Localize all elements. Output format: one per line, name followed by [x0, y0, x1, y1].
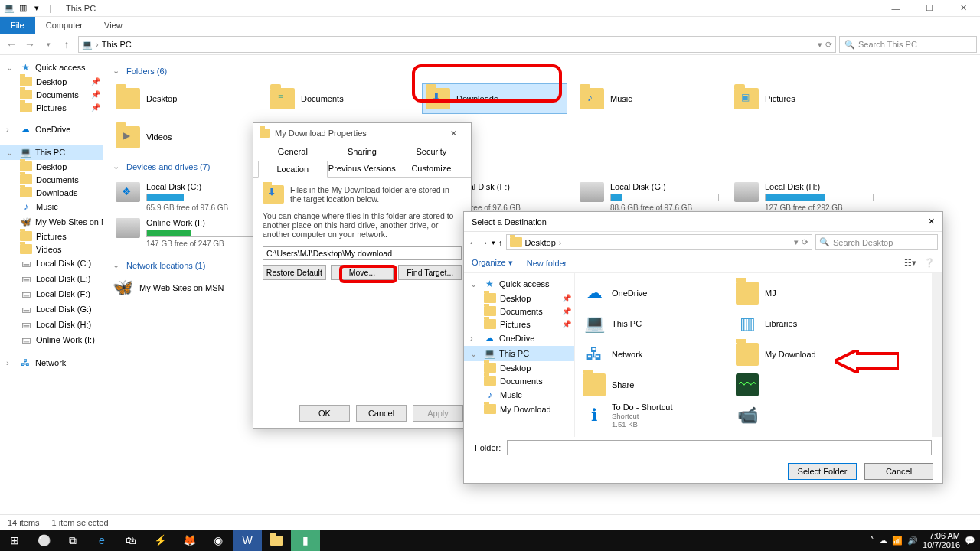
apply-button[interactable]: Apply: [413, 405, 463, 422]
tab-customize[interactable]: Customize: [397, 160, 466, 177]
minimize-button[interactable]: —: [879, 0, 913, 17]
restore-default-button[interactable]: Restore Default: [263, 265, 326, 280]
dest-cancel-button[interactable]: Cancel: [864, 463, 933, 480]
breadcrumb-expand-icon[interactable]: ▾: [818, 40, 822, 50]
tab-location[interactable]: Location: [258, 161, 328, 178]
nav-forward-button[interactable]: →: [21, 36, 38, 53]
dest-search-input[interactable]: 🔍Search Desktop: [815, 234, 938, 250]
taskbar-edge-icon[interactable]: e: [87, 530, 116, 551]
tab-view[interactable]: View: [93, 18, 133, 32]
sidebar-pc-pictures[interactable]: Pictures: [0, 230, 103, 243]
dest-item-todo[interactable]: ℹTo Do - ShortcutShortcut1.51 KB: [580, 400, 733, 431]
drive-c[interactable]: Local Disk (C:)65.9 GB free of 97.6 GB: [113, 179, 258, 215]
tray-onedrive-icon[interactable]: ☁: [879, 536, 887, 546]
breadcrumb[interactable]: 💻 › This PC ▾ ⟳: [78, 36, 836, 53]
start-button[interactable]: ⊞: [0, 530, 29, 551]
properties-titlebar[interactable]: My Download Properties✕: [253, 123, 471, 143]
close-icon[interactable]: ✕: [928, 217, 935, 227]
taskbar-explorer-icon[interactable]: [262, 530, 291, 551]
find-target-button[interactable]: Find Target...: [398, 265, 462, 280]
nav-recent-button[interactable]: ▾: [492, 239, 495, 246]
sidebar-drive-c[interactable]: 🖴Local Disk (C:): [0, 256, 103, 271]
tray-notifications-icon[interactable]: 💬: [965, 536, 975, 546]
folder-videos[interactable]: Videos: [113, 122, 258, 152]
sidebar-this-pc[interactable]: ⌄💻This PC: [0, 145, 103, 160]
nav-up-button[interactable]: ↑: [498, 238, 503, 247]
dest-item-libraries[interactable]: ▥Libraries: [733, 308, 886, 339]
tab-sharing[interactable]: Sharing: [328, 143, 397, 160]
dest-item-mydownload[interactable]: My Download: [733, 339, 886, 370]
tray-up-icon[interactable]: ˄: [870, 536, 874, 546]
folder-pictures[interactable]: Pictures: [731, 83, 877, 114]
cancel-button[interactable]: Cancel: [356, 405, 407, 422]
move-button[interactable]: Move...: [331, 265, 394, 280]
folder-music[interactable]: Music: [577, 83, 722, 114]
dest-nav-desktop[interactable]: Desktop📌: [464, 292, 574, 305]
dest-item-app[interactable]: 〰: [733, 370, 886, 400]
dest-item-mj[interactable]: MJ: [733, 278, 886, 308]
dest-nav-thispc[interactable]: ⌄💻This PC: [464, 346, 574, 361]
taskbar-word-icon[interactable]: W: [233, 530, 262, 551]
location-path-input[interactable]: [263, 246, 462, 260]
tab-general[interactable]: General: [258, 143, 328, 160]
nav-back-button[interactable]: ←: [3, 36, 20, 53]
sidebar-drive-g[interactable]: 🖴Local Disk (G:): [0, 302, 103, 317]
nav-recent-button[interactable]: ▾: [40, 36, 57, 53]
taskbar-app1-icon[interactable]: ⚡: [145, 530, 175, 551]
group-drives-header[interactable]: ⌄Devices and drives (7): [113, 161, 971, 171]
dest-item-thispc[interactable]: 💻This PC: [580, 308, 733, 339]
nav-up-button[interactable]: ↑: [58, 36, 75, 53]
taskbar-chrome-icon[interactable]: ◉: [204, 530, 233, 551]
taskbar-app2-icon[interactable]: ▮: [291, 530, 320, 551]
sidebar-pc-music[interactable]: ♪Music: [0, 199, 103, 214]
tab-file[interactable]: File: [0, 17, 35, 34]
scrollbar[interactable]: [932, 273, 942, 437]
select-folder-button[interactable]: Select Folder: [788, 463, 857, 480]
help-icon[interactable]: ❔: [924, 258, 935, 268]
sidebar-drive-h[interactable]: 🖴Local Disk (H:): [0, 317, 103, 332]
sidebar-pc-videos[interactable]: Videos: [0, 243, 103, 256]
nav-back-button[interactable]: ←: [469, 238, 477, 247]
view-options-icon[interactable]: ☷▾: [904, 258, 916, 268]
refresh-icon[interactable]: ⟳: [802, 237, 808, 247]
sidebar-quick-access[interactable]: ⌄★Quick access: [0, 60, 103, 75]
dest-nav-quick[interactable]: ⌄★Quick access: [464, 276, 574, 292]
dest-nav-pictures[interactable]: Pictures📌: [464, 318, 574, 331]
sidebar-network[interactable]: ›🖧Network: [0, 355, 103, 370]
folder-name-input[interactable]: [507, 440, 932, 455]
sidebar-pc-mywebsites[interactable]: 🦋My Web Sites on M: [0, 214, 103, 230]
sidebar-drive-e[interactable]: 🖴Local Disk (E:): [0, 271, 103, 286]
folder-documents[interactable]: Documents: [267, 83, 413, 114]
close-button[interactable]: ✕: [946, 0, 980, 17]
dest-nav-documents[interactable]: Documents📌: [464, 305, 574, 318]
folder-desktop[interactable]: Desktop: [113, 83, 258, 114]
search-input[interactable]: 🔍 Search This PC: [839, 36, 977, 53]
dest-item-share[interactable]: Share: [580, 370, 733, 400]
sidebar-onedrive[interactable]: ›☁OneDrive: [0, 122, 103, 137]
drive-i[interactable]: Online Work (I:)147 GB free of 247 GB: [113, 215, 258, 251]
dest-breadcrumb[interactable]: Desktop›▾⟳: [506, 234, 813, 250]
sidebar-desktop[interactable]: Desktop📌: [0, 75, 103, 88]
dest-nav-pc-mydownload[interactable]: My Download: [464, 403, 574, 416]
sidebar-pc-downloads[interactable]: Downloads: [0, 186, 103, 199]
dest-nav-pc-desktop[interactable]: Desktop: [464, 361, 574, 374]
tab-security[interactable]: Security: [397, 143, 466, 160]
qat-properties-icon[interactable]: ▥: [17, 2, 29, 15]
sidebar-documents[interactable]: Documents📌: [0, 88, 103, 101]
sidebar-drive-f[interactable]: 🖴Local Disk (F:): [0, 286, 103, 302]
breadcrumb-item[interactable]: This PC: [102, 40, 132, 49]
maximize-button[interactable]: ☐: [913, 0, 946, 17]
dest-item-network[interactable]: 🖧Network: [580, 339, 733, 370]
tray-clock[interactable]: 7:06 AM10/7/2016: [923, 531, 960, 549]
dest-nav-onedrive[interactable]: ›☁OneDrive: [464, 331, 574, 346]
taskbar-search-icon[interactable]: ⚪: [29, 530, 58, 551]
close-icon[interactable]: ✕: [442, 129, 465, 139]
sidebar-drive-i[interactable]: 🖴Online Work (I:): [0, 332, 103, 347]
organize-button[interactable]: Organize ▾: [472, 258, 513, 268]
tray-network-icon[interactable]: 📶: [892, 536, 903, 546]
dest-item-cam[interactable]: 📹: [733, 400, 886, 431]
qat-newfolder-icon[interactable]: ▾: [31, 2, 43, 15]
tab-computer[interactable]: Computer: [35, 18, 93, 32]
folder-downloads[interactable]: Downloads: [422, 83, 567, 114]
sidebar-pc-documents[interactable]: Documents: [0, 173, 103, 186]
